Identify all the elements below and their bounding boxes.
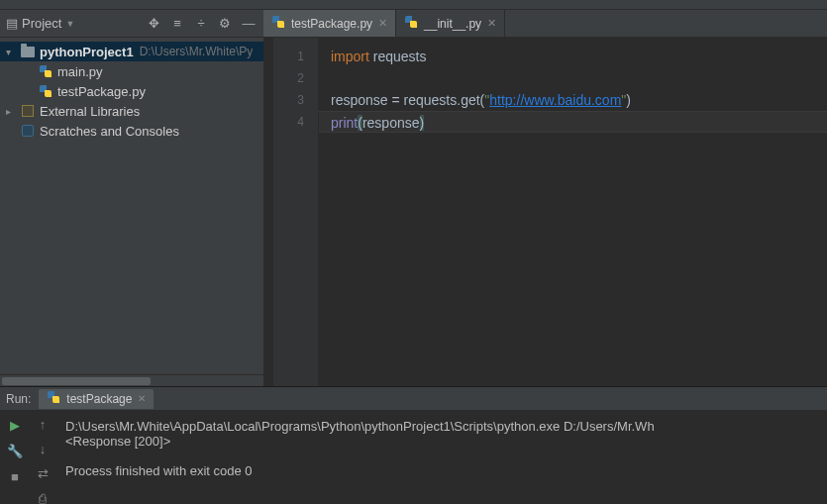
tree-root[interactable]: ▾ pythonProject1 D:\Users\Mr.White\Py — [0, 42, 263, 61]
soft-wrap-icon[interactable]: ⇄ — [38, 466, 49, 481]
root-name: pythonProject1 — [40, 45, 134, 59]
project-sidebar: ▤ Project ▼ ✥ ≡ ÷ ⚙ — ▾ pythonProject1 D… — [0, 10, 263, 386]
run-gutter-icon[interactable]: ▶ — [263, 10, 273, 386]
run-label: Run: — [6, 392, 31, 406]
dropdown-icon: ▼ — [65, 19, 74, 29]
locate-icon[interactable]: ✥ — [145, 15, 162, 33]
expand-all-icon[interactable]: ≡ — [168, 15, 186, 33]
python-file-icon — [47, 390, 60, 407]
project-label: Project — [22, 16, 61, 31]
horizontal-scrollbar[interactable] — [0, 374, 263, 386]
gear-icon[interactable]: ⚙ — [216, 15, 234, 33]
code-area[interactable]: import requests response = requests.get(… — [319, 38, 827, 386]
library-icon — [20, 103, 36, 119]
scratches-label: Scratches and Consoles — [40, 124, 179, 139]
editor-pane: testPackage.py ✕ __init__.py ✕ ▶ 1 2 3 4… — [263, 10, 827, 386]
run-body: ▶ 🔧 ■ ↑ ↓ ⇄ ⎙ D:\Users\Mr.White\AppData\… — [0, 411, 827, 504]
close-icon[interactable]: ✕ — [378, 17, 387, 30]
extlib-label: External Libraries — [40, 104, 140, 119]
print-icon[interactable]: ⎙ — [39, 491, 47, 504]
console-output[interactable]: D:\Users\Mr.White\AppData\Local\Programs… — [55, 411, 827, 504]
console-line: Process finished with exit code 0 — [65, 463, 253, 478]
hide-icon[interactable]: — — [240, 15, 258, 33]
python-file-icon — [38, 63, 53, 79]
file-name: main.py — [57, 64, 103, 79]
scrollbar-thumb[interactable] — [2, 377, 151, 385]
run-tab[interactable]: testPackage ✕ — [39, 389, 154, 409]
rerun-button[interactable]: ▶ — [7, 417, 23, 433]
tab-label: testPackage.py — [291, 17, 372, 31]
code-editor[interactable]: 1 2 3 4 import requests response = reque… — [273, 38, 827, 386]
close-icon[interactable]: ✕ — [138, 393, 146, 404]
code-line — [319, 67, 827, 89]
code-line: print(response) — [319, 111, 827, 133]
chevron-down-icon: ▾ — [6, 47, 20, 57]
line-number: 3 — [273, 89, 318, 111]
editor-tabs: testPackage.py ✕ __init__.py ✕ — [263, 10, 827, 38]
project-tree: ▾ pythonProject1 D:\Users\Mr.White\Py ma… — [0, 38, 263, 374]
python-file-icon — [404, 15, 418, 32]
line-number: 1 — [273, 46, 318, 67]
title-bar — [0, 0, 827, 10]
tree-scratches[interactable]: Scratches and Consoles — [0, 121, 263, 141]
down-icon[interactable]: ↓ — [40, 442, 47, 456]
wrench-icon[interactable]: 🔧 — [7, 443, 23, 458]
file-name: testPackage.py — [57, 84, 146, 99]
run-toolbar-left2: ↑ ↓ ⇄ ⎙ — [30, 411, 55, 504]
tree-file[interactable]: testPackage.py — [0, 81, 263, 101]
stop-button[interactable]: ■ — [7, 468, 23, 484]
close-icon[interactable]: ✕ — [487, 17, 496, 30]
python-file-icon — [271, 15, 285, 32]
project-selector[interactable]: ▤ Project ▼ — [6, 16, 74, 31]
code-line: response = requests.get("http://www.baid… — [319, 89, 827, 111]
root-path: D:\Users\Mr.White\Py — [140, 45, 254, 58]
chevron-right-icon: ▸ — [6, 106, 20, 117]
line-gutter: 1 2 3 4 — [273, 38, 319, 386]
run-panel: Run: testPackage ✕ ▶ 🔧 ■ ↑ ↓ ⇄ ⎙ D:\User… — [0, 386, 827, 504]
tree-external-libraries[interactable]: ▸ External Libraries — [0, 101, 263, 121]
python-file-icon — [38, 83, 53, 99]
up-icon[interactable]: ↑ — [40, 417, 47, 432]
scratches-icon — [20, 123, 36, 139]
folder-icon — [20, 44, 36, 59]
collapse-all-icon[interactable]: ÷ — [192, 15, 210, 33]
code-line: import requests — [319, 46, 827, 67]
project-header: ▤ Project ▼ ✥ ≡ ÷ ⚙ — — [0, 10, 263, 38]
run-header: Run: testPackage ✕ — [0, 387, 827, 411]
line-number: 4 — [273, 111, 318, 133]
console-line: <Response [200]> — [65, 434, 170, 449]
run-tab-label: testPackage — [66, 392, 132, 406]
console-line: D:\Users\Mr.White\AppData\Local\Programs… — [65, 419, 655, 434]
tab-label: __init__.py — [424, 17, 481, 31]
tab-init[interactable]: __init__.py ✕ — [396, 10, 505, 37]
tree-file[interactable]: main.py — [0, 61, 263, 81]
tab-testpackage[interactable]: testPackage.py ✕ — [263, 10, 396, 37]
project-icon: ▤ — [6, 16, 18, 31]
run-toolbar-left: ▶ 🔧 ■ — [0, 411, 30, 504]
line-number: 2 — [273, 67, 318, 89]
